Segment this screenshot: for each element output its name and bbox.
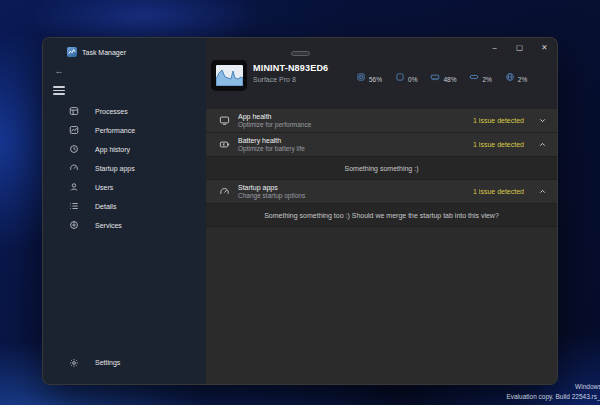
disk-icon: [469, 72, 479, 82]
chevron-up-icon[interactable]: [538, 187, 547, 196]
section-subtitle: Optimize for performance: [238, 121, 311, 128]
gear-icon: [69, 358, 79, 368]
section-title: Battery health: [238, 137, 305, 144]
watermark-line-2: Evaluation copy. Build 22543.rs_pre: [506, 392, 600, 402]
sidebar-item-users[interactable]: Users: [43, 178, 206, 197]
performance-graph-thumbnail: [216, 65, 243, 86]
status-badge: 1 issue detected: [473, 117, 524, 124]
sidebar-item-settings[interactable]: Settings: [43, 353, 206, 372]
cpu-stat: 56%: [356, 72, 382, 83]
sidebar-item-label: Processes: [95, 108, 128, 115]
monitor-icon: [219, 115, 230, 126]
network-value: 2%: [518, 76, 527, 83]
watermark-line-1: Windows 11: [506, 382, 600, 392]
minimize-button[interactable]: –: [482, 38, 507, 56]
section-subtitle: Optimize for battery life: [238, 145, 305, 152]
users-icon: [69, 182, 79, 192]
memory-icon: [430, 72, 440, 82]
services-icon: [69, 220, 79, 230]
sidebar-item-label: Users: [95, 184, 113, 191]
task-manager-app-icon: [67, 47, 77, 57]
battery-health-expanded-panel: Something something :): [206, 157, 557, 180]
sidebar-item-label: App history: [95, 146, 130, 153]
details-icon: [69, 201, 79, 211]
task-manager-window: Task Manager ← Processes Performance: [42, 37, 558, 385]
sidebar-item-performance[interactable]: Performance: [43, 121, 206, 140]
sidebar-item-label: Details: [95, 203, 116, 210]
gpu-stat: 0%: [395, 72, 417, 83]
sidebar-nav: Processes Performance App history Startu…: [43, 102, 206, 235]
close-button[interactable]: ✕: [532, 38, 557, 56]
sidebar-item-details[interactable]: Details: [43, 197, 206, 216]
device-model: Surface Pro 8: [253, 76, 328, 83]
memory-stat: 48%: [430, 72, 456, 83]
health-sections: App health Optimize for performance 1 is…: [206, 109, 557, 384]
startup-gauge-icon: [219, 186, 230, 197]
section-startup-apps[interactable]: Startup apps Change startup options 1 is…: [206, 180, 557, 204]
device-name: MININT-N893ED6: [253, 63, 328, 73]
chevron-down-icon[interactable]: [538, 116, 547, 125]
back-button[interactable]: ←: [51, 65, 67, 77]
hamburger-menu-button[interactable]: [53, 86, 65, 95]
settings-label: Settings: [95, 359, 120, 366]
sidebar-item-label: Performance: [95, 127, 135, 134]
device-header: MININT-N893ED6 Surface Pro 8 56% 0%: [206, 56, 557, 109]
performance-icon: [69, 125, 79, 135]
gpu-value: 0%: [408, 76, 417, 83]
status-badge: 1 issue detected: [473, 188, 524, 195]
gpu-icon: [395, 72, 405, 82]
section-app-health[interactable]: App health Optimize for performance 1 is…: [206, 109, 557, 133]
sidebar-item-app-history[interactable]: App history: [43, 140, 206, 159]
section-subtitle: Change startup options: [238, 192, 305, 199]
content-empty-area: [206, 227, 557, 384]
device-thumbnail: [211, 60, 247, 91]
app-title-label: Task Manager: [82, 49, 126, 56]
network-icon: [505, 72, 515, 82]
sidebar-item-processes[interactable]: Processes: [43, 102, 206, 121]
cpu-value: 56%: [369, 76, 382, 83]
processes-icon: [69, 106, 79, 116]
startup-apps-icon: [69, 163, 79, 173]
section-title: App health: [238, 113, 311, 120]
main-content: – ▢ ✕ MININT-N893ED6 Surface Pro 8: [206, 38, 557, 384]
section-battery-health[interactable]: Battery health Optimize for battery life…: [206, 133, 557, 157]
sidebar: Task Manager ← Processes Performance: [43, 38, 206, 384]
section-title: Startup apps: [238, 184, 305, 191]
sidebar-item-services[interactable]: Services: [43, 216, 206, 235]
battery-icon: [219, 139, 230, 150]
status-badge: 1 issue detected: [473, 141, 524, 148]
disk-value: 2%: [482, 76, 491, 83]
maximize-button[interactable]: ▢: [507, 38, 532, 56]
cpu-icon: [356, 72, 366, 82]
resource-stats: 56% 0% 48%: [356, 72, 540, 83]
sidebar-item-label: Services: [95, 222, 122, 229]
memory-value: 48%: [443, 76, 456, 83]
disk-stat: 2%: [469, 72, 491, 83]
evaluation-watermark: Windows 11 Evaluation copy. Build 22543.…: [506, 382, 600, 402]
chevron-up-icon[interactable]: [538, 140, 547, 149]
app-history-icon: [69, 144, 79, 154]
sidebar-item-label: Startup apps: [95, 165, 135, 172]
sidebar-item-startup-apps[interactable]: Startup apps: [43, 159, 206, 178]
app-title: Task Manager: [67, 47, 206, 57]
network-stat: 2%: [505, 72, 527, 83]
startup-apps-expanded-panel: Something something too :) Should we mer…: [206, 204, 557, 227]
titlebar: – ▢ ✕: [206, 38, 557, 56]
